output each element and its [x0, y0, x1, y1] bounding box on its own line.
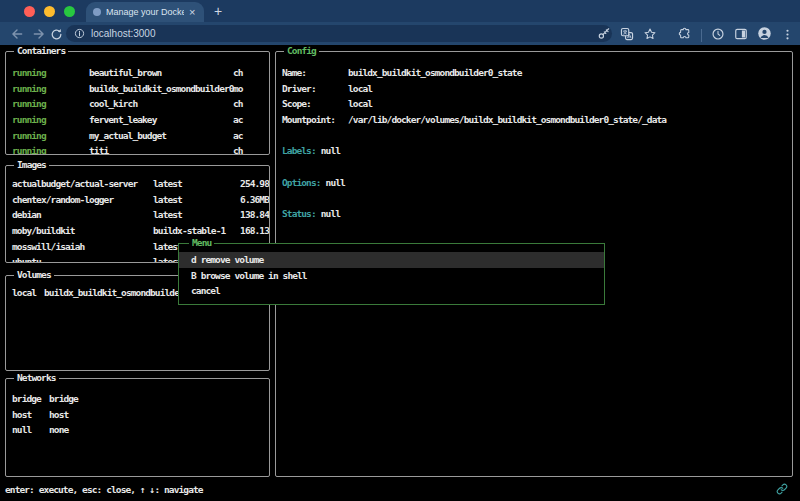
config-meta-status: Status:null — [282, 206, 792, 222]
bookmark-star-icon[interactable] — [643, 26, 657, 45]
config-field: Mountpoint: /var/lib/docker/volumes/buil… — [282, 112, 792, 128]
image-row[interactable]: moby/buildkit buildx-stable-1 168.13 — [12, 223, 269, 239]
tab-close-icon[interactable]: × — [189, 7, 195, 17]
image-row[interactable]: debian latest 138.84 — [12, 207, 269, 223]
volumes-panel-title: Volumes — [14, 269, 54, 280]
tab-title: Manage your Docker fleet wi — [106, 7, 184, 17]
more-menu-kebab-icon[interactable] — [781, 26, 794, 45]
reload-icon[interactable] — [50, 26, 63, 45]
url-text[interactable]: localhost:3000 — [91, 28, 156, 39]
image-row[interactable]: actualbudget/actual-server latest 254.98 — [12, 176, 269, 192]
network-row[interactable]: null none — [12, 422, 269, 438]
networks-panel: Networks bridge bridge host host null no… — [5, 378, 270, 477]
menu-item-cancel[interactable]: cancel — [179, 283, 604, 299]
toolbar-right-icons — [597, 26, 794, 45]
container-row[interactable]: running buildx_buildkit_osmondbuilder0 m… — [12, 81, 269, 97]
extensions-puzzle-icon[interactable] — [678, 26, 692, 45]
config-field: Name: buildx_buildkit_osmondbuilder0_sta… — [282, 65, 792, 81]
images-panel-title: Images — [14, 159, 49, 170]
traffic-lights — [24, 6, 75, 17]
browser-tab[interactable]: Manage your Docker fleet wi × — [86, 2, 204, 22]
config-meta-options: Options:null — [282, 175, 792, 191]
translate-icon[interactable] — [620, 26, 634, 45]
minimize-window-button[interactable] — [44, 6, 55, 17]
tab-favicon-icon — [93, 8, 101, 16]
back-icon[interactable] — [10, 26, 24, 45]
status-bar-hints: enter: execute, esc: close, ↑ ↓: navigat… — [5, 482, 203, 498]
tab-strip: Manage your Docker fleet wi × + — [0, 0, 800, 22]
image-row[interactable]: chentex/random-logger latest 6.36MB — [12, 192, 269, 208]
browser-window: Manage your Docker fleet wi × + localhos… — [0, 0, 800, 501]
extension-icon[interactable] — [711, 26, 725, 45]
containers-panel-title: Containers — [14, 45, 68, 56]
container-row[interactable]: running fervent_leakey ac — [12, 112, 269, 128]
link-icon[interactable] — [776, 483, 788, 497]
container-row[interactable]: running cool_kirch ch — [12, 96, 269, 112]
menu-popup-title: Menu — [189, 237, 214, 248]
container-row[interactable]: running my_actual_budget ac — [12, 128, 269, 144]
zoom-window-button[interactable] — [64, 6, 75, 17]
network-row[interactable]: bridge bridge — [12, 391, 269, 407]
containers-panel: Containers running beautiful_brown ch ru… — [5, 51, 270, 155]
page-info-icon[interactable] — [74, 28, 85, 39]
password-key-icon[interactable] — [597, 26, 611, 45]
docker-tui: Containers running beautiful_brown ch ru… — [0, 45, 800, 501]
new-tab-button[interactable]: + — [214, 3, 222, 19]
side-panel-icon[interactable] — [734, 26, 748, 45]
profile-avatar-icon[interactable] — [757, 26, 772, 45]
address-bar[interactable]: localhost:3000 — [66, 25, 612, 42]
menu-popup: Menu d remove volume B browse volume in … — [178, 243, 605, 305]
menu-item-remove-volume[interactable]: d remove volume — [179, 252, 604, 268]
browser-toolbar: localhost:3000 — [0, 22, 800, 45]
close-window-button[interactable] — [24, 6, 35, 17]
config-field: Scope: local — [282, 96, 792, 112]
config-field: Driver: local — [282, 81, 792, 97]
container-row[interactable]: running beautiful_brown ch — [12, 65, 269, 81]
container-row[interactable]: running titi ch — [12, 143, 269, 154]
toolbar-separator — [701, 29, 702, 42]
network-row[interactable]: host host — [12, 407, 269, 423]
config-panel-title: Config — [284, 45, 319, 56]
forward-icon[interactable] — [32, 26, 46, 45]
config-meta-labels: Labels:null — [282, 143, 792, 159]
menu-item-browse-volume[interactable]: B browse volume in shell — [179, 268, 604, 284]
networks-panel-title: Networks — [14, 372, 59, 383]
